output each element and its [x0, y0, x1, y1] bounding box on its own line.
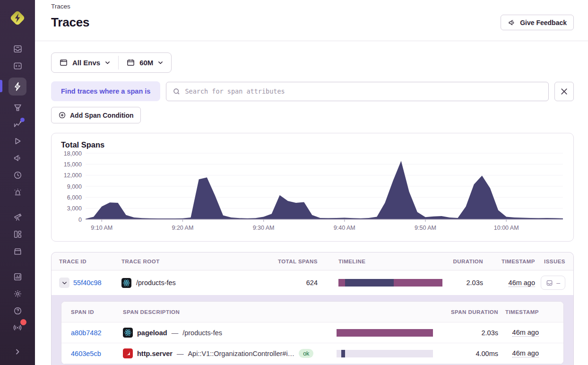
dashboards-icon [13, 229, 23, 239]
svg-text:9:40 AM: 9:40 AM [334, 225, 355, 231]
spans-inset: SPAN ID SPAN DESCRIPTION SPAN DURATION T… [52, 295, 573, 365]
total-spans-area-chart[interactable]: 03,0006,0009,00012,00015,00018,0009:10 A… [61, 150, 564, 237]
span-search-box[interactable] [166, 82, 549, 101]
react-icon [121, 278, 131, 288]
sidebar-item-issues[interactable] [9, 41, 26, 57]
span-row: a80b7482 pageload — /products-fes 2.03s … [61, 322, 563, 343]
clear-query-button[interactable] [554, 82, 574, 101]
svg-text:9:50 AM: 9:50 AM [415, 225, 436, 231]
span-duration: 4.00ms [434, 350, 498, 357]
chevron-down-icon [61, 280, 68, 286]
svg-text:6,000: 6,000 [67, 194, 82, 201]
col-issues: ISSUES [535, 259, 565, 264]
spans-table-header: SPAN ID SPAN DESCRIPTION SPAN DURATION T… [61, 302, 563, 322]
search-icon [173, 87, 181, 96]
trace-id-link[interactable]: 55f40c98 [73, 279, 102, 287]
svg-text:18,000: 18,000 [64, 150, 82, 157]
span-row: 4603e5cb http.server — Api::V1::Organiza… [61, 343, 563, 364]
chevron-right-icon [14, 348, 21, 356]
col-total-spans: TOTAL SPANS [261, 259, 318, 264]
sidebar-item-stats[interactable] [9, 269, 26, 285]
sidebar-item-settings[interactable] [9, 286, 26, 302]
time-range-filter-label: 60M [139, 59, 153, 67]
breadcrumb[interactable]: Traces [51, 2, 574, 15]
insights-notification-dot [20, 118, 25, 122]
col-duration: DURATION [436, 259, 483, 264]
svg-text:12,000: 12,000 [64, 172, 82, 179]
time-range-filter[interactable]: 60M [119, 53, 171, 72]
span-description: /products-fes [182, 329, 222, 337]
col-trace-id: TRACE ID [59, 259, 121, 264]
issues-count-placeholder: – [556, 279, 560, 287]
search-input[interactable] [185, 87, 542, 95]
sidebar-item-replays[interactable] [9, 133, 26, 149]
span-duration-bar [337, 350, 433, 357]
close-icon [560, 87, 568, 96]
col-trace-root: TRACE ROOT [121, 259, 261, 264]
add-span-condition-label: Add Span Condition [70, 112, 134, 119]
megaphone-icon [508, 18, 516, 27]
sidebar-item-insights[interactable] [9, 116, 26, 132]
active-indicator [0, 80, 2, 92]
sidebar-collapse-button[interactable] [9, 344, 26, 360]
trace-issues-button[interactable]: – [541, 276, 565, 290]
span-timestamp[interactable]: 46m ago [512, 329, 539, 337]
page-header: Traces Traces Give Feedback [35, 0, 588, 41]
span-id-link[interactable]: 4603e5cb [71, 350, 123, 357]
whats-new-notification-dot [20, 319, 26, 325]
span-op: http.server [137, 350, 173, 357]
span-timestamp[interactable]: 46m ago [512, 349, 539, 357]
gear-icon [13, 289, 23, 299]
sidebar-item-traces[interactable] [9, 78, 26, 96]
traces-table: TRACE ID TRACE ROOT TOTAL SPANS TIMELINE… [51, 252, 574, 365]
span-duration-bar [337, 329, 433, 337]
give-feedback-button[interactable]: Give Feedback [501, 15, 574, 30]
span-description: Api::V1::OrganizationController#i… [188, 350, 294, 357]
separator: — [172, 329, 179, 337]
sidebar-item-projects[interactable] [9, 58, 26, 74]
svg-text:3,000: 3,000 [67, 205, 82, 212]
svg-text:9,000: 9,000 [67, 183, 82, 190]
sidebar-item-explore[interactable] [9, 209, 26, 226]
sidebar-item-profiling[interactable] [9, 99, 26, 115]
trace-row: 55f40c98 /products-fes 624 2.03s 46m ago… [52, 270, 573, 295]
issues-icon [546, 279, 553, 287]
svg-text:9:30 AM: 9:30 AM [253, 225, 275, 231]
archive-box-icon [13, 246, 23, 256]
environment-filter[interactable]: All Envs [52, 53, 118, 72]
environment-filter-label: All Envs [72, 59, 100, 67]
collapse-trace-button[interactable] [59, 278, 69, 288]
ruby-icon [123, 348, 133, 358]
total-spans-value: 624 [261, 279, 318, 287]
trace-timeline-bar [338, 279, 442, 287]
sidebar-item-releases[interactable] [9, 167, 26, 183]
help-icon [13, 306, 23, 316]
svg-text:9:20 AM: 9:20 AM [172, 225, 193, 231]
sidebar-item-whats-new[interactable] [9, 320, 26, 336]
trace-root-label: /products-fes [136, 279, 176, 287]
svg-text:9:10 AM: 9:10 AM [91, 225, 112, 231]
sentry-logo[interactable] [7, 8, 28, 28]
chevron-down-icon [104, 60, 111, 66]
svg-text:10:00 AM: 10:00 AM [494, 225, 519, 231]
page-title: Traces [51, 15, 89, 30]
sidebar-item-dashboards[interactable] [9, 226, 26, 243]
col-span-id: SPAN ID [71, 309, 123, 315]
col-span-duration: SPAN DURATION [434, 309, 498, 315]
sentry-logo-icon [8, 9, 27, 27]
sidebar-item-feedback[interactable] [9, 150, 26, 166]
span-id-link[interactable]: a80b7482 [71, 329, 123, 337]
sidebar-item-archive[interactable] [9, 243, 26, 260]
traces-table-header: TRACE ID TRACE ROOT TOTAL SPANS TIMELINE… [52, 252, 573, 270]
span-status-badge: ok [299, 349, 313, 358]
profiling-icon [13, 103, 23, 113]
give-feedback-label: Give Feedback [520, 19, 567, 26]
add-span-condition-button[interactable]: Add Span Condition [51, 107, 141, 123]
sidebar-item-alerts[interactable] [9, 184, 26, 200]
trace-timestamp[interactable]: 46m ago [509, 279, 535, 287]
replays-icon [13, 136, 23, 146]
telescope-icon [13, 212, 23, 222]
sidebar-item-help[interactable] [9, 303, 26, 319]
spans-table: SPAN ID SPAN DESCRIPTION SPAN DURATION T… [61, 301, 564, 365]
span-op: pageload [137, 329, 167, 337]
